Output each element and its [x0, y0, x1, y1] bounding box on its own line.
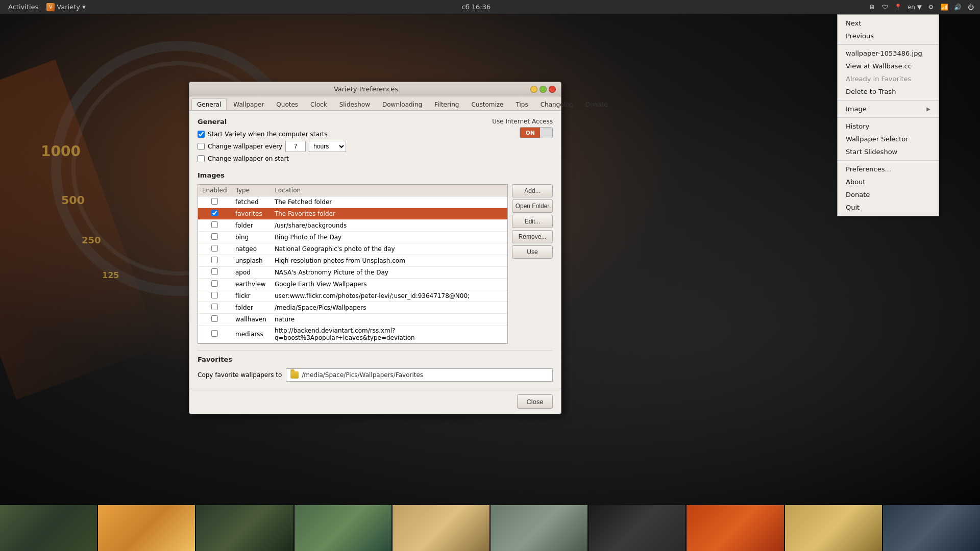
- thumb-2[interactable]: [98, 505, 195, 551]
- row-checkbox[interactable]: [211, 315, 218, 322]
- remove-button[interactable]: Remove...: [512, 230, 553, 243]
- tab-donate[interactable]: Donate: [580, 98, 614, 110]
- row-enabled-cell: [198, 267, 231, 279]
- settings-icon[interactable]: ⚙: [927, 3, 935, 11]
- context-preferences[interactable]: Preferences...: [838, 163, 939, 176]
- row-checkbox[interactable]: [211, 210, 218, 216]
- row-checkbox[interactable]: [211, 304, 218, 310]
- close-button-titlebar[interactable]: [549, 86, 556, 93]
- table-row[interactable]: folder/usr/share/backgrounds: [198, 220, 507, 232]
- change-on-start-row: Change wallpaper on start: [198, 155, 492, 162]
- power-icon[interactable]: ⏻: [967, 3, 975, 11]
- context-history[interactable]: History: [838, 120, 939, 133]
- start-variety-row: Start Variety when the computer starts: [198, 131, 492, 138]
- col-location: Location: [271, 185, 507, 196]
- thumb-3[interactable]: [196, 505, 293, 551]
- thumb-9[interactable]: [785, 505, 882, 551]
- change-wallpaper-row: Change wallpaper every hours minutes day…: [198, 141, 492, 152]
- location-icon[interactable]: 📍: [894, 3, 902, 11]
- volume-icon[interactable]: 🔊: [953, 3, 962, 11]
- tab-wallpaper[interactable]: Wallpaper: [228, 98, 270, 110]
- wifi-icon[interactable]: 📶: [940, 3, 948, 11]
- tab-tips[interactable]: Tips: [510, 98, 533, 110]
- variety-dropdown-icon: ▼: [82, 5, 86, 10]
- table-row[interactable]: wallhavennature: [198, 314, 507, 325]
- internet-access-toggle[interactable]: ON: [520, 127, 553, 138]
- context-sep-4: [838, 160, 939, 161]
- row-checkbox[interactable]: [211, 280, 218, 287]
- language-display[interactable]: en ▼: [908, 4, 922, 11]
- table-row[interactable]: flickruser:www.flickr.com/photos/peter-l…: [198, 290, 507, 302]
- row-checkbox[interactable]: [211, 292, 218, 298]
- row-checkbox[interactable]: [211, 330, 218, 337]
- tab-customize[interactable]: Customize: [465, 98, 509, 110]
- table-row[interactable]: favoritesThe Favorites folder: [198, 208, 507, 220]
- table-row[interactable]: apodNASA's Astronomy Picture of the Day: [198, 267, 507, 279]
- thumb-6[interactable]: [491, 505, 587, 551]
- table-row[interactable]: natgeoNational Geographic's photo of the…: [198, 243, 507, 255]
- row-enabled-cell: [198, 220, 231, 232]
- row-type-cell: folder: [231, 302, 271, 314]
- close-dialog-button[interactable]: Close: [517, 394, 553, 409]
- context-donate[interactable]: Donate: [838, 188, 939, 201]
- tab-changelog[interactable]: Changelog: [535, 98, 579, 110]
- change-wallpaper-checkbox[interactable]: [198, 143, 205, 150]
- context-view-wallbase[interactable]: View at Wallbase.cc: [838, 60, 939, 72]
- thumb-8[interactable]: [687, 505, 783, 551]
- context-quit[interactable]: Quit: [838, 201, 939, 214]
- screenshot-icon[interactable]: 🖥: [868, 3, 876, 11]
- context-previous[interactable]: Previous: [838, 30, 939, 42]
- row-checkbox[interactable]: [211, 233, 218, 240]
- add-button[interactable]: Add...: [512, 184, 553, 197]
- tab-slideshow[interactable]: Slideshow: [334, 98, 376, 110]
- table-row[interactable]: fetchedThe Fetched folder: [198, 196, 507, 208]
- row-checkbox[interactable]: [211, 198, 218, 205]
- tab-quotes[interactable]: Quotes: [271, 98, 304, 110]
- use-button[interactable]: Use: [512, 245, 553, 259]
- open-folder-button[interactable]: Open Folder: [512, 199, 553, 213]
- thumb-1[interactable]: [0, 505, 97, 551]
- minimize-button[interactable]: [530, 86, 537, 93]
- context-image[interactable]: Image ▶: [838, 103, 939, 115]
- table-row[interactable]: folder/media/Space/Pics/Wallpapers: [198, 302, 507, 314]
- maximize-button[interactable]: [540, 86, 547, 93]
- thumb-7[interactable]: [589, 505, 685, 551]
- toggle-on-button[interactable]: ON: [520, 128, 540, 138]
- tab-clock[interactable]: Clock: [305, 98, 333, 110]
- context-sep-2: [838, 100, 939, 101]
- shield-icon[interactable]: 🛡: [881, 3, 889, 11]
- thumb-4[interactable]: [295, 505, 391, 551]
- row-checkbox[interactable]: [211, 245, 218, 252]
- table-row[interactable]: bingBing Photo of the Day: [198, 232, 507, 243]
- row-checkbox[interactable]: [211, 221, 218, 228]
- context-start-slideshow[interactable]: Start Slideshow: [838, 145, 939, 158]
- toggle-off-button[interactable]: [540, 128, 552, 138]
- change-on-start-checkbox[interactable]: [198, 155, 205, 162]
- tab-general[interactable]: General: [191, 98, 227, 110]
- context-wallpaper-file[interactable]: wallpaper-1053486.jpg: [838, 47, 939, 60]
- tab-filtering[interactable]: Filtering: [429, 98, 464, 110]
- table-row[interactable]: earthviewGoogle Earth View Wallpapers: [198, 279, 507, 290]
- tab-downloading[interactable]: Downloading: [377, 98, 428, 110]
- context-wallpaper-selector[interactable]: Wallpaper Selector: [838, 133, 939, 145]
- edit-button[interactable]: Edit...: [512, 215, 553, 228]
- thumb-10[interactable]: [883, 505, 980, 551]
- tab-bar: General Wallpaper Quotes Clock Slideshow…: [189, 96, 561, 111]
- variety-label: Variety: [57, 3, 80, 11]
- variety-menu-button[interactable]: V Variety ▼: [46, 3, 86, 11]
- context-about[interactable]: About: [838, 176, 939, 188]
- row-checkbox[interactable]: [211, 268, 218, 275]
- activities-button[interactable]: Activities: [4, 3, 42, 11]
- context-next[interactable]: Next: [838, 17, 939, 30]
- table-row[interactable]: mediarsshttp://backend.deviantart.com/rs…: [198, 325, 507, 343]
- row-location-cell: High-resolution photos from Unsplash.com: [271, 255, 507, 267]
- row-type-cell: mediarss: [231, 325, 271, 343]
- row-checkbox[interactable]: [211, 257, 218, 263]
- thumb-5[interactable]: [393, 505, 489, 551]
- interval-unit-select[interactable]: hours minutes days: [309, 141, 346, 152]
- context-delete-trash[interactable]: Delete to Trash: [838, 85, 939, 98]
- interval-input[interactable]: [285, 141, 306, 152]
- row-location-cell: The Fetched folder: [271, 196, 507, 208]
- table-row[interactable]: unsplashHigh-resolution photos from Unsp…: [198, 255, 507, 267]
- start-variety-checkbox[interactable]: [198, 131, 205, 138]
